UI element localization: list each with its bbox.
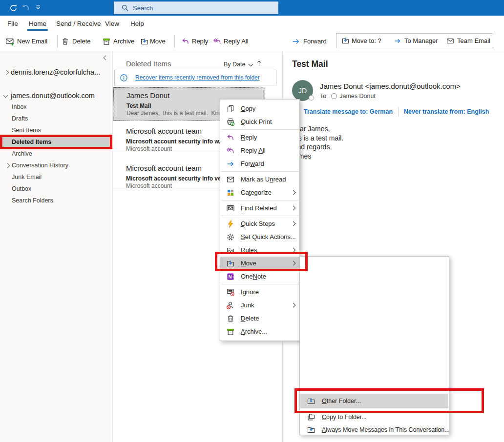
chevron-down-icon: [34, 3, 44, 11]
sidebar-item-sent-items[interactable]: Sent Items: [0, 125, 113, 136]
move-folder-icon: [307, 425, 315, 434]
reply-icon: [181, 37, 190, 46]
collapse-account-icon[interactable]: [3, 93, 8, 98]
archive-button[interactable]: Archive: [113, 32, 134, 51]
reply-all-button[interactable]: Reply All: [224, 32, 249, 51]
submenu-arrow-icon: [291, 221, 296, 226]
menu-item-reply[interactable]: Reply: [220, 131, 299, 144]
customize-quick-access-button[interactable]: [34, 3, 44, 13]
archive-icon: [102, 37, 111, 46]
account-james[interactable]: james.donut@outlook.com: [0, 90, 113, 101]
expand-account-icon[interactable]: [4, 70, 9, 75]
sidebar-item-conversation-history[interactable]: Conversation History: [0, 160, 113, 171]
ribbon-toolbar: New Email Delete Archive Move Reply: [0, 32, 504, 51]
move-button[interactable]: Move: [150, 32, 166, 51]
annotation-box-other-folder: [294, 388, 484, 413]
move-to-quick-step[interactable]: Move to: ?: [352, 34, 381, 48]
separator: [221, 216, 299, 216]
expand-folder-icon[interactable]: [5, 163, 10, 168]
toolbar-separator: [174, 35, 175, 48]
sync-icon: [9, 3, 19, 13]
separator: [221, 200, 299, 201]
tab-send-receive[interactable]: Send / Receive: [56, 16, 101, 32]
recipient-name[interactable]: James Donut: [339, 93, 376, 100]
menu-item-set-quick-actions[interactable]: Set Quick Actions...: [220, 230, 299, 243]
menu-item-archive[interactable]: Archive...: [220, 325, 299, 338]
team-email-icon: [446, 37, 454, 45]
new-email-button[interactable]: New Email: [17, 32, 47, 51]
translate-message-link[interactable]: Translate message to: German: [304, 108, 393, 115]
menu-item-delete[interactable]: Delete: [220, 312, 299, 325]
menu-item-quick-steps[interactable]: Quick Steps: [220, 217, 299, 230]
sort-by-button[interactable]: By Date: [224, 61, 252, 68]
submenu-arrow-icon: [291, 190, 296, 195]
separator: [398, 107, 399, 117]
tab-file[interactable]: File: [7, 16, 18, 32]
categorize-icon: [226, 188, 235, 197]
menu-item-label: Quick Steps: [241, 220, 275, 227]
account-dennis[interactable]: dennis.lorenz@colorfulcha...: [0, 66, 113, 78]
info-icon: [120, 74, 128, 82]
menu-item-quick-print[interactable]: Quick Print: [220, 115, 299, 128]
delete-icon: [226, 314, 235, 323]
menu-item-ignore[interactable]: Ignore: [220, 285, 299, 299]
copy-to-folder-icon: [307, 413, 315, 422]
move-folder-icon: [140, 37, 149, 46]
delete-button[interactable]: Delete: [72, 32, 91, 51]
sidebar-item-search-folders[interactable]: Search Folders: [0, 195, 113, 206]
menu-item-label: Find Related: [241, 204, 277, 212]
menu-item-junk[interactable]: Junk: [220, 299, 299, 312]
annotation-box-move: [215, 252, 308, 271]
tab-view[interactable]: View: [105, 16, 119, 32]
menu-item-mark-as-unread[interactable]: Mark as Unread: [220, 173, 299, 186]
team-email-quick-step[interactable]: Team Email: [457, 34, 490, 48]
context-menu: Copy Quick Print Reply: [220, 99, 300, 341]
menu-item-reply-all[interactable]: Reply All: [220, 144, 299, 157]
reply-icon: [226, 133, 235, 142]
ignore-icon: [226, 288, 235, 297]
menu-item-label: Ignore: [241, 288, 259, 296]
message-recipients: To James Donut: [320, 93, 376, 100]
menu-item-categorize[interactable]: Categorize: [220, 186, 299, 199]
submenu-item-always-move-messages[interactable]: Always Move Messages in This Conversatio…: [300, 423, 448, 436]
annotation-box-deleted-items: [0, 135, 112, 149]
menu-item-onenote[interactable]: N OneNote: [220, 270, 299, 283]
send-receive-button[interactable]: [9, 3, 19, 13]
search-input[interactable]: Search: [114, 1, 278, 14]
menu-item-find-related[interactable]: Find Related: [220, 201, 299, 215]
to-manager-quick-step[interactable]: To Manager: [404, 34, 438, 48]
sidebar-item-archive[interactable]: Archive: [0, 148, 113, 159]
menu-item-label: Reply All: [241, 147, 266, 154]
menu-item-label: Copy: [241, 105, 255, 112]
to-manager-icon: [394, 37, 401, 45]
menu-item-copy[interactable]: Copy: [220, 102, 299, 115]
recipient-presence-icon: [331, 93, 337, 99]
tab-home[interactable]: Home: [29, 16, 46, 32]
sidebar-item-outbox[interactable]: Outbox: [0, 183, 113, 194]
menu-item-forward[interactable]: Forward: [220, 157, 299, 170]
copy-icon: [226, 104, 235, 113]
collapse-sidebar-icon[interactable]: [104, 56, 108, 60]
reply-all-icon: [213, 37, 222, 46]
ribbon-tab-bar: File Home Send / Receive View Help: [0, 16, 504, 32]
tab-help[interactable]: Help: [130, 16, 144, 32]
presence-indicator: [309, 95, 314, 100]
reply-button[interactable]: Reply: [192, 32, 208, 51]
forward-button[interactable]: Forward: [303, 32, 327, 51]
never-translate-link[interactable]: Never translate from: English: [404, 108, 489, 115]
submenu-arrow-icon: [291, 303, 296, 308]
sidebar-item-drafts[interactable]: Drafts: [0, 113, 113, 124]
undo-button[interactable]: [21, 3, 31, 13]
menu-item-label: Delete: [241, 315, 259, 322]
recover-items-link[interactable]: Recover items recently removed from this…: [135, 74, 260, 81]
quick-print-icon: [226, 118, 235, 126]
menu-item-label: Archive...: [241, 328, 267, 335]
archive-icon: [226, 327, 235, 336]
message-sender: James Donut <james.donut@outlook.com>: [320, 82, 461, 90]
sidebar-item-junk-email[interactable]: Junk Email: [0, 172, 113, 182]
new-email-icon: [5, 37, 15, 46]
set-quick-actions-icon: [226, 233, 235, 241]
delete-icon: [61, 37, 69, 45]
sidebar-item-inbox[interactable]: Inbox: [0, 101, 113, 112]
sort-ascending-icon[interactable]: [255, 60, 263, 67]
